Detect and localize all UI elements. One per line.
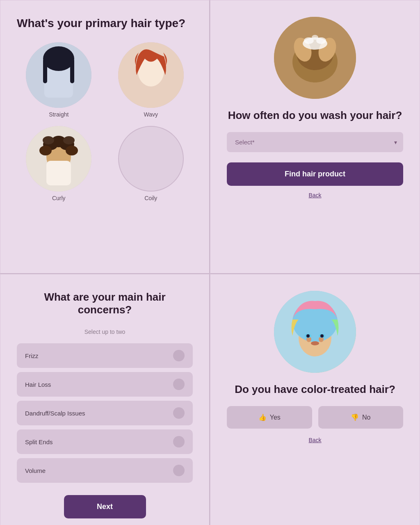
- yes-no-group: 👍 Yes 👎 No: [227, 406, 403, 429]
- curly-label: Curly: [52, 195, 66, 201]
- concerns-list: Frizz Hair Loss Dandruff/Scalp Issues Sp…: [17, 343, 193, 483]
- wavy-label: Wavy: [144, 111, 158, 118]
- svg-point-33: [311, 341, 319, 345]
- panel-hair-concerns: What are your main hair concerns? Select…: [0, 274, 210, 525]
- next-button[interactable]: Next: [64, 495, 146, 518]
- curly-image: [26, 126, 91, 192]
- no-label: No: [362, 414, 370, 421]
- svg-point-16: [66, 146, 78, 155]
- svg-rect-4: [43, 59, 47, 83]
- wash-title: How often do you wash your hair?: [228, 109, 402, 122]
- concern-volume-radio[interactable]: [173, 465, 185, 476]
- svg-rect-5: [70, 59, 74, 83]
- hair-type-straight[interactable]: Straight: [17, 42, 101, 118]
- concern-hair-loss-label: Hair Loss: [25, 381, 51, 388]
- back-link-panel2[interactable]: Back: [308, 192, 321, 199]
- yes-button[interactable]: 👍 Yes: [227, 406, 312, 429]
- concern-volume-label: Volume: [25, 467, 46, 474]
- concern-dandruff[interactable]: Dandruff/Scalp Issues: [17, 401, 193, 425]
- svg-rect-6: [48, 50, 69, 65]
- concerns-title: What are your main hair concerns?: [17, 291, 193, 316]
- hair-type-curly[interactable]: Curly: [17, 126, 101, 201]
- wash-frequency-select[interactable]: Select* Daily Every other day 2-3 times …: [227, 132, 403, 152]
- straight-label: Straight: [49, 111, 68, 118]
- wavy-image: [118, 42, 184, 108]
- svg-rect-11: [46, 161, 71, 185]
- concerns-subtitle: Select up to two: [84, 329, 126, 335]
- concern-frizz[interactable]: Frizz: [17, 343, 193, 368]
- svg-point-27: [312, 35, 318, 40]
- panel-wash-frequency: How often do you wash your hair? Select*…: [210, 0, 420, 274]
- concern-split-ends-radio[interactable]: [173, 436, 185, 447]
- no-button[interactable]: 👎 No: [318, 406, 404, 429]
- concern-hair-loss-radio[interactable]: [173, 379, 185, 390]
- yes-label: Yes: [270, 414, 281, 421]
- concern-dandruff-radio[interactable]: [173, 407, 185, 419]
- main-grid: What's your primary hair type? Straight: [0, 0, 420, 525]
- hair-type-title: What's your primary hair type?: [17, 17, 185, 30]
- coily-label: Coily: [144, 195, 157, 201]
- color-treated-image: [274, 291, 356, 373]
- color-treated-title: Do you have color-treated hair?: [235, 383, 395, 396]
- svg-point-17: [43, 136, 54, 144]
- concern-frizz-label: Frizz: [25, 352, 39, 359]
- panel-color-treated: Do you have color-treated hair? 👍 Yes 👎 …: [210, 274, 420, 525]
- concern-hair-loss[interactable]: Hair Loss: [17, 372, 193, 397]
- svg-point-15: [39, 146, 52, 155]
- wash-select-wrapper: Select* Daily Every other day 2-3 times …: [227, 132, 403, 152]
- hair-type-wavy[interactable]: Wavy: [109, 42, 193, 118]
- concern-split-ends[interactable]: Split Ends: [17, 429, 193, 454]
- svg-point-36: [306, 334, 310, 338]
- thumbs-up-icon: 👍: [258, 413, 267, 421]
- hair-type-grid: Straight Wavy: [17, 42, 193, 201]
- find-hair-product-button[interactable]: Find hair product: [227, 162, 403, 186]
- coily-image: [118, 126, 184, 192]
- panel-hair-type: What's your primary hair type? Straight: [0, 0, 210, 274]
- straight-image: [26, 42, 91, 108]
- concern-dandruff-label: Dandruff/Scalp Issues: [25, 410, 85, 417]
- svg-point-37: [320, 334, 324, 338]
- svg-point-18: [63, 136, 75, 144]
- thumbs-down-icon: 👎: [351, 413, 359, 421]
- wash-image: [274, 17, 356, 99]
- concern-split-ends-label: Split Ends: [25, 438, 53, 445]
- concern-volume[interactable]: Volume: [17, 458, 193, 483]
- concern-frizz-radio[interactable]: [173, 350, 185, 361]
- back-link-panel4[interactable]: Back: [308, 437, 321, 443]
- hair-type-coily[interactable]: Coily: [109, 126, 193, 201]
